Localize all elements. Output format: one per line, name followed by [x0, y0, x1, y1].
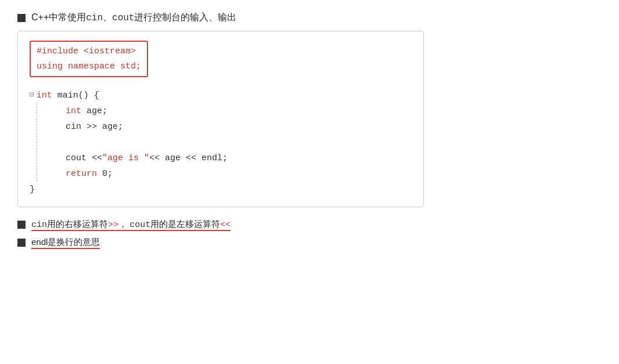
op-left-shift: << [220, 220, 231, 230]
string-age-is: "age is " [102, 150, 149, 166]
int-age-line: int age; [66, 103, 412, 119]
cout-stmt-end: << age << endl; [149, 150, 228, 166]
include-line: #include <iostream> [37, 44, 141, 59]
return-zero: 0; [102, 166, 113, 182]
cin-note-code: cin [31, 220, 47, 230]
cout-line: cout << "age is " << age << endl; [66, 150, 412, 166]
bullet-icon-3 [17, 239, 26, 247]
section1-header: C++中常使用cin、cout进行控制台的输入、输出 [17, 12, 602, 24]
section1-header-text: C++中常使用cin、cout进行控制台的输入、输出 [31, 12, 236, 24]
note1-item: cin用的右移运算符>>， cout用的是左移运算符<< [17, 219, 602, 230]
note1-underline [31, 230, 231, 231]
code-block: #include <iostream> using namespace std;… [17, 31, 424, 207]
bullet-icon-2 [17, 221, 26, 229]
cout-stmt-start: cout << [66, 150, 102, 166]
fold-marker: ⊟ [30, 88, 34, 102]
note1-text: cin用的右移运算符>>， cout用的是左移运算符<< [31, 219, 231, 230]
bottom-notes: cin用的右移运算符>>， cout用的是左移运算符<< endl是换行的意思 [17, 219, 602, 248]
cin-stmt: cin >> age; [66, 119, 123, 135]
op-right-shift: >> [108, 220, 118, 230]
cin-code: cin [86, 13, 103, 23]
note2-wrapper: endl是换行的意思 [31, 237, 100, 248]
note1-wrapper: cin用的右移运算符>>， cout用的是左移运算符<< [31, 219, 231, 230]
note2-item: endl是换行的意思 [17, 237, 602, 248]
cin-line: cin >> age; [66, 119, 412, 135]
age-decl: age; [87, 103, 107, 119]
main-func-line: ⊟ int main() { [30, 88, 412, 103]
closing-brace-line: } [30, 182, 412, 197]
note1-content: cin用的右移运算符>>， cout用的是左移运算符<< [31, 219, 231, 229]
closing-brace: } [30, 182, 35, 197]
keyword-return: return [66, 166, 97, 182]
keyword-int-age: int [66, 103, 81, 119]
note2-text: endl是换行的意思 [31, 237, 100, 248]
note2-underline [31, 248, 100, 249]
blank-line [66, 135, 412, 150]
main-body: int age; cin >> age; cout << "age is " <… [30, 103, 412, 182]
cout-code: cout [112, 13, 134, 23]
note2-content: endl是换行的意思 [31, 237, 100, 247]
using-namespace-line: using namespace std; [37, 59, 141, 74]
main-function-block: ⊟ int main() { int age; cin >> age; cout… [30, 88, 412, 197]
main-identifier: main() { [57, 88, 99, 103]
cout-note-code: cout [129, 220, 150, 230]
vertical-line [37, 103, 37, 182]
bullet-icon-1 [17, 14, 26, 22]
keyword-int: int [37, 88, 52, 103]
highlight-include-block: #include <iostream> using namespace std; [30, 41, 148, 77]
return-line: return 0; [66, 166, 412, 182]
